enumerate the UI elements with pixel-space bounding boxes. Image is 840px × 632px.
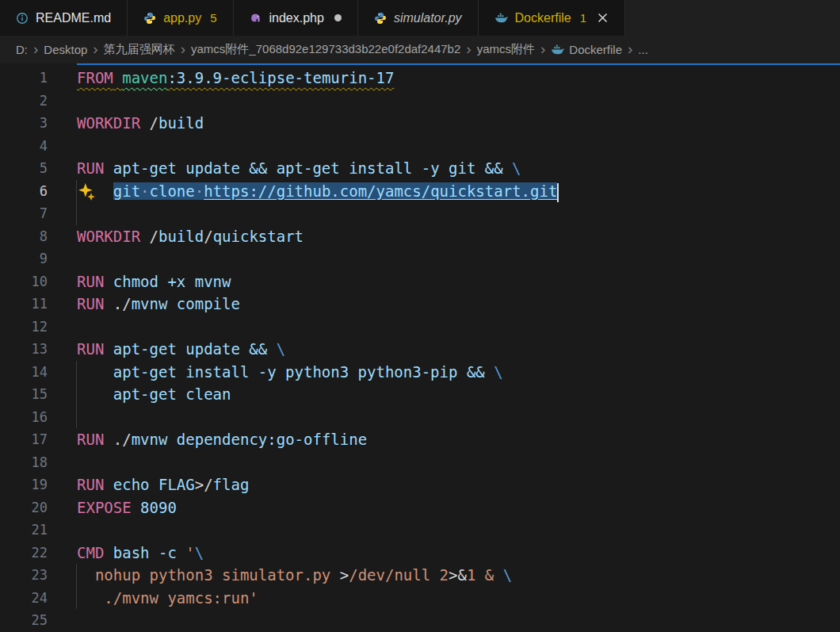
code-line[interactable]: 16: [0, 406, 840, 429]
chevron-right-icon: ›: [628, 41, 632, 56]
indent-guide: [76, 202, 77, 225]
editor-top-accent-line: [77, 63, 840, 65]
chevron-right-icon: ›: [93, 41, 97, 56]
code-text[interactable]: RUN apt-get update && \: [77, 338, 285, 361]
breadcrumb-item-desktop[interactable]: Desktop: [44, 43, 87, 56]
code-line[interactable]: 23 nohup python3 simulator.py >/dev/null…: [0, 564, 840, 587]
line-number[interactable]: 4: [0, 135, 48, 158]
code-line[interactable]: 7: [0, 202, 840, 225]
line-number[interactable]: 9: [0, 247, 48, 270]
line-number[interactable]: 18: [0, 451, 48, 474]
code-line[interactable]: 11RUN ./mvnw compile: [0, 293, 840, 316]
code-line[interactable]: 14 apt-get install -y python3 python3-pi…: [0, 361, 840, 384]
docker-icon: [494, 11, 508, 25]
line-number[interactable]: 2: [0, 90, 48, 113]
code-line[interactable]: 22CMD bash -c '\: [0, 542, 840, 565]
line-number[interactable]: 8: [0, 225, 48, 248]
line-number[interactable]: 13: [0, 338, 48, 361]
line-number[interactable]: 5: [0, 157, 48, 180]
code-line[interactable]: 1FROM maven:3.9.9-eclipse-temurin-17: [0, 67, 840, 90]
code-line[interactable]: 3WORKDIR /build: [0, 112, 840, 135]
line-number[interactable]: 21: [0, 519, 48, 542]
selected-url-link: https://github.com/yamcs/quickstart.git: [204, 182, 557, 200]
tab-simulator-py[interactable]: simulator.py: [358, 0, 479, 36]
code-text[interactable]: RUN ./mvnw dependency:go-offline: [77, 428, 367, 451]
code-line[interactable]: 12: [0, 316, 840, 339]
chevron-right-icon: ›: [33, 41, 38, 56]
selected-text: git: [113, 182, 140, 200]
tab-label: index.php: [269, 11, 324, 25]
breadcrumb-item-yamcs[interactable]: yamcs附件: [477, 42, 535, 57]
line-number[interactable]: 25: [0, 609, 48, 632]
code-line[interactable]: 20EXPOSE 8090: [0, 496, 840, 519]
tab-readme-md[interactable]: README.md: [0, 0, 128, 36]
line-number[interactable]: 19: [0, 473, 48, 496]
close-icon[interactable]: [597, 12, 609, 24]
line-number[interactable]: 10: [0, 270, 48, 293]
line-number[interactable]: 23: [0, 564, 48, 587]
tab-index-php[interactable]: index.php: [234, 0, 358, 36]
tab-bar: README.mdapp.py5index.phpsimulator.pyDoc…: [0, 0, 840, 36]
code-line[interactable]: 6 git·clone·https://github.com/yamcs/qui…: [0, 180, 840, 203]
code-text[interactable]: WORKDIR /build/quickstart: [77, 225, 304, 248]
line-number[interactable]: 1: [0, 67, 48, 90]
code-line[interactable]: 13RUN apt-get update && \: [0, 338, 840, 361]
code-text[interactable]: apt-get clean: [77, 383, 231, 406]
info-icon: [16, 12, 29, 25]
python-icon: [374, 12, 387, 25]
code-lines: 1FROM maven:3.9.9-eclipse-temurin-1723WO…: [0, 67, 840, 632]
code-text[interactable]: git·clone·https://github.com/yamcs/quick…: [77, 180, 559, 203]
code-line[interactable]: 10RUN chmod +x mvnw: [0, 270, 840, 293]
code-text[interactable]: CMD bash -c '\: [77, 542, 204, 565]
line-number[interactable]: 16: [0, 406, 48, 429]
modified-dot-icon: [334, 14, 342, 21]
line-number[interactable]: 17: [0, 428, 48, 451]
breadcrumb-item-ellipsis[interactable]: 第九届强网杯: [104, 42, 175, 57]
editor-pane[interactable]: 1FROM maven:3.9.9-eclipse-temurin-1723WO…: [0, 63, 840, 632]
breadcrumb-item-ellipsis[interactable]: ...: [638, 43, 648, 56]
line-number[interactable]: 14: [0, 361, 48, 384]
code-line[interactable]: 15 apt-get clean: [0, 383, 840, 406]
chevron-right-icon: ›: [540, 41, 545, 56]
code-text[interactable]: EXPOSE 8090: [77, 496, 177, 519]
line-number[interactable]: 12: [0, 316, 48, 339]
line-number[interactable]: 20: [0, 496, 48, 519]
line-number[interactable]: 24: [0, 587, 48, 610]
line-number[interactable]: 15: [0, 383, 48, 406]
tab-label: README.md: [36, 11, 111, 25]
tab-app-py[interactable]: app.py5: [128, 0, 233, 36]
code-text[interactable]: apt-get install -y python3 python3-pip &…: [77, 361, 503, 384]
code-line[interactable]: 24 ./mvnw yamcs:run': [0, 587, 840, 610]
tab-dockerfile[interactable]: Dockerfile1: [479, 0, 625, 36]
code-text[interactable]: RUN apt-get update && apt-get install -y…: [77, 157, 521, 180]
code-line[interactable]: 4: [0, 135, 840, 158]
line-number[interactable]: 22: [0, 542, 48, 565]
code-line[interactable]: 5RUN apt-get update && apt-get install -…: [0, 157, 840, 180]
breadcrumb-item-yamcs-7068d92e129733d3b22e0f2daf2447b2[interactable]: yamcs附件_7068d92e129733d3b22e0f2daf2447b2: [191, 42, 460, 57]
breadcrumb-label: ...: [638, 43, 648, 56]
code-text[interactable]: RUN echo FLAG>/flag: [77, 473, 249, 496]
breadcrumb-item-d[interactable]: D:: [16, 43, 28, 56]
code-text[interactable]: WORKDIR /build: [77, 112, 204, 135]
code-line[interactable]: 18: [0, 451, 840, 474]
code-text[interactable]: nohup python3 simulator.py >/dev/null 2>…: [77, 564, 512, 587]
code-line[interactable]: 9: [0, 247, 840, 270]
breadcrumb-item-dockerfile[interactable]: Dockerfile: [551, 43, 622, 56]
code-line[interactable]: 19RUN echo FLAG>/flag: [0, 473, 840, 496]
breadcrumb-label: yamcs附件_7068d92e129733d3b22e0f2daf2447b2: [191, 42, 460, 57]
code-text[interactable]: RUN chmod +x mvnw: [77, 270, 231, 293]
code-text[interactable]: FROM maven:3.9.9-eclipse-temurin-17: [77, 67, 394, 90]
code-line[interactable]: 2: [0, 90, 840, 113]
code-line[interactable]: 8WORKDIR /build/quickstart: [0, 225, 840, 248]
code-line[interactable]: 17RUN ./mvnw dependency:go-offline: [0, 428, 840, 451]
line-number[interactable]: 6: [0, 180, 48, 203]
line-number[interactable]: 3: [0, 112, 48, 135]
indent-guide: [76, 406, 77, 429]
code-line[interactable]: 25: [0, 609, 840, 632]
code-line[interactable]: 21: [0, 519, 840, 542]
code-text[interactable]: RUN ./mvnw compile: [77, 293, 240, 316]
code-text[interactable]: ./mvnw yamcs:run': [77, 587, 258, 610]
line-number[interactable]: 11: [0, 293, 48, 316]
line-number[interactable]: 7: [0, 202, 48, 225]
breadcrumb-label: Desktop: [44, 43, 87, 56]
